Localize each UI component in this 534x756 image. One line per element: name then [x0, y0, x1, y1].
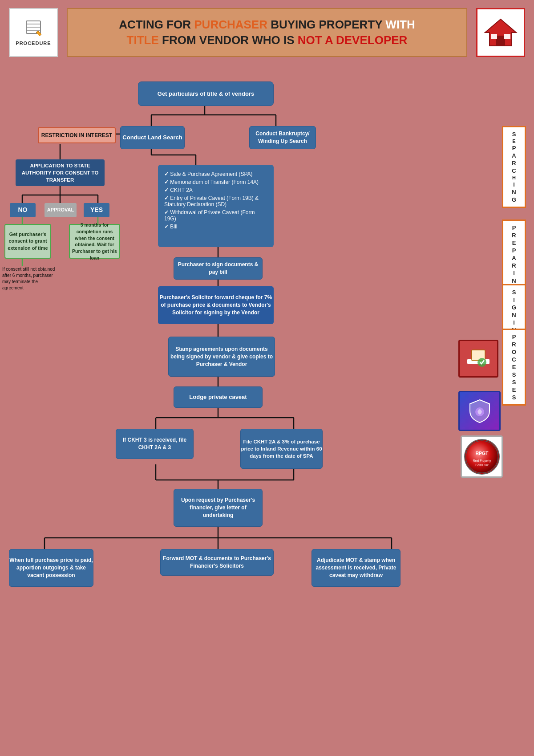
checklist-box: Sale & Purchase Agreement (SPA) Memorand… [158, 165, 274, 247]
conduct-land-search-label: Conduct Land Search [122, 134, 182, 142]
stamp-image [458, 340, 498, 378]
when-full-box: When full purchase price is paid, apport… [9, 549, 93, 587]
svg-text:Real Property: Real Property [473, 459, 491, 463]
get-purchaser-consent-label: Get purchaser's consent to grant extensi… [5, 231, 50, 252]
three-months-label: 3 months for completion runs when the co… [70, 222, 119, 261]
restriction-box: RESTRICTION IN INTEREST [38, 127, 116, 143]
consent-note-box: If consent still not obtained after 6 mo… [2, 266, 56, 291]
stamp-agreements-box: Stamp agreements upon documents being si… [168, 337, 275, 377]
get-particulars-box: Get particulars of title & of vendors [138, 81, 274, 106]
ckht3-label: If CKHT 3 is received, file CKHT 2A & 3 [116, 436, 193, 451]
no-box: NO [10, 203, 36, 217]
searching-panel: S E P A R C H I N G [502, 126, 526, 208]
svg-rect-7 [496, 36, 505, 46]
adjudicate-label: Adjudicate MOT & stamp when assessment i… [312, 557, 400, 579]
forward-mot-label: Forward MOT & documents to Purchaser's F… [161, 555, 273, 570]
when-full-label: When full purchase price is paid, apport… [9, 557, 93, 579]
conduct-bankruptcy-label: Conduct Bankruptcy/ Winding Up Search [250, 130, 316, 145]
restriction-label: RESTRICTION IN INTEREST [41, 132, 112, 139]
checklist-item-6: Bill [164, 224, 267, 230]
approval-label: APPROVAL [47, 207, 74, 213]
rpgt-image: RPGT Real Property Gains Tax [461, 435, 503, 478]
upon-request-box: Upon request by Purchaser's financier, g… [174, 489, 263, 527]
approval-box: APPROVAL [44, 203, 77, 217]
logo-label: PROCEDURE [16, 41, 51, 46]
rpgt-icon: RPGT Real Property Gains Tax [465, 440, 499, 474]
get-purchaser-consent-box: Get purchaser's consent to grant extensi… [4, 224, 51, 259]
file-ckht-label: File CKHT 2A & 3% of purchase price to I… [241, 438, 322, 459]
forward-mot-box: Forward MOT & documents to Purchaser's F… [160, 549, 274, 576]
shield-image [458, 391, 501, 431]
consent-note-label: If consent still not obtained after 6 mo… [2, 267, 55, 290]
ckht3-box: If CKHT 3 is received, file CKHT 2A & 3 [116, 429, 194, 459]
checklist-item-4: Entry of Private Caveat (Form 19B) & Sta… [164, 195, 267, 207]
title-text: ACTING FOR PURCHASER BUYING PROPERTY WIT… [78, 17, 456, 48]
svg-rect-8 [491, 34, 497, 39]
conduct-land-search-box: Conduct Land Search [120, 126, 185, 149]
checklist-item-3: CKHT 2A [164, 187, 267, 193]
checklist-list: Sale & Purchase Agreement (SPA) Memorand… [160, 167, 272, 235]
forward-cheque-label: Purchaser's Solicitor forward cheque for… [158, 294, 274, 316]
stamp-icon [465, 345, 492, 372]
get-particulars-label: Get particulars of title & of vendors [158, 90, 254, 98]
application-state-box: APPLICATION TO STATE AUTHORITY FOR CONSE… [16, 159, 105, 186]
three-months-box: 3 months for completion runs when the co… [69, 224, 120, 259]
svg-text:RPGT: RPGT [475, 451, 489, 456]
application-state-label: APPLICATION TO STATE AUTHORITY FOR CONSE… [16, 162, 105, 183]
conduct-bankruptcy-box: Conduct Bankruptcy/ Winding Up Search [249, 126, 316, 149]
checklist-item-5: Withdrawal of Private Caveat (Form 19G) [164, 209, 267, 222]
flow-container: Get particulars of title & of vendors Co… [0, 61, 534, 752]
forward-cheque-box: Purchaser's Solicitor forward cheque for… [158, 286, 274, 324]
house-box [476, 8, 525, 57]
shield-icon [466, 398, 493, 424]
svg-point-50 [465, 441, 498, 473]
pencil-icon [24, 19, 42, 39]
lodge-caveat-box: Lodge private caveat [174, 386, 263, 408]
adjudicate-box: Adjudicate MOT & stamp when assessment i… [312, 549, 400, 587]
upon-request-label: Upon request by Purchaser's financier, g… [174, 496, 262, 519]
lodge-caveat-label: Lodge private caveat [189, 393, 247, 401]
checklist-item-1: Sale & Purchase Agreement (SPA) [164, 171, 267, 177]
svg-rect-9 [504, 34, 510, 39]
no-label: NO [18, 206, 28, 215]
logo-box: PROCEDURE [9, 8, 58, 57]
sign-docs-box: Purchaser to sign documents & pay bill [174, 257, 263, 280]
file-ckht-box: File CKHT 2A & 3% of purchase price to I… [240, 429, 323, 469]
processes-panel: P R O C E S S E S [502, 329, 526, 406]
stamp-agreements-label: Stamp agreements upon documents being si… [169, 345, 275, 368]
header: PROCEDURE ACTING FOR PURCHASER BUYING PR… [0, 0, 534, 61]
svg-text:Gains Tax: Gains Tax [475, 463, 489, 467]
checklist-item-2: Memorandum of Transfer (Form 14A) [164, 179, 267, 185]
header-title: ACTING FOR PURCHASER BUYING PROPERTY WIT… [67, 8, 467, 57]
yes-box: YES [84, 203, 109, 217]
sign-docs-label: Purchaser to sign documents & pay bill [174, 261, 262, 276]
yes-label: YES [90, 206, 103, 215]
house-icon [483, 17, 518, 48]
